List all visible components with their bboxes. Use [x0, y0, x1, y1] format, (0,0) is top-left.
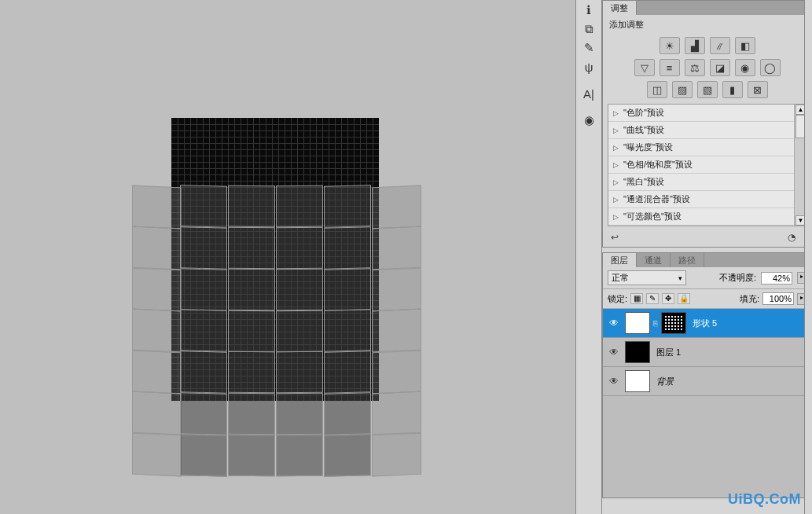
- disclosure-triangle-icon: ▷: [613, 144, 619, 152]
- warp-tile: [372, 226, 421, 270]
- link-icon: ⎘: [653, 319, 658, 328]
- warp-tile: [372, 350, 421, 394]
- lock-all-icon[interactable]: 🔒: [678, 293, 690, 304]
- adjustments-subtitle: 添加调整: [603, 15, 811, 35]
- tab-layers[interactable]: 图层: [603, 253, 637, 267]
- opacity-label: 不透明度:: [719, 272, 756, 284]
- warp-tile: [180, 185, 227, 227]
- warp-tile: [324, 434, 371, 476]
- warp-tile: [132, 185, 182, 229]
- styles-icon[interactable]: ψ: [578, 58, 600, 75]
- warp-tile: [132, 267, 182, 311]
- channel-mixer-icon[interactable]: ◯: [760, 59, 781, 76]
- layer-thumbnail[interactable]: [625, 341, 650, 363]
- layer-name-label: 背景: [656, 376, 674, 387]
- disclosure-triangle-icon: ▷: [613, 127, 619, 134]
- layer-row[interactable]: 👁图层 1: [603, 338, 811, 367]
- visibility-eye-icon[interactable]: 👁: [606, 376, 622, 387]
- right-panel-column: 调整 添加调整 ☀ ▟ ⫽ ◧ ▽ ≡ ⚖ ◪ ◉ ◯ ◫ ▨ ▧ ▮: [602, 0, 812, 514]
- tab-paths[interactable]: 路径: [671, 253, 704, 267]
- warp-tile: [180, 351, 227, 393]
- warp-tile: [228, 310, 275, 351]
- warp-tile: [228, 393, 275, 435]
- mask-thumbnail[interactable]: [661, 312, 686, 334]
- vertical-toolbar: ℹ ⧉ ✎ ψ A| ◉: [575, 0, 602, 514]
- lock-pixels-icon[interactable]: ✎: [646, 293, 659, 304]
- preset-item[interactable]: ▷"黑白"预设: [608, 174, 806, 191]
- tab-adjustments[interactable]: 调整: [603, 1, 637, 15]
- disclosure-triangle-icon: ▷: [613, 196, 619, 204]
- preset-item[interactable]: ▷"通道混合器"预设: [608, 191, 806, 208]
- warp-tile: [132, 309, 182, 353]
- disclosure-triangle-icon: ▷: [613, 178, 619, 186]
- black-white-icon[interactable]: ◪: [710, 59, 730, 76]
- clip-icon[interactable]: ◔: [788, 232, 803, 244]
- color-balance-icon[interactable]: ⚖: [685, 59, 705, 76]
- fill-label: 填充:: [740, 293, 759, 305]
- swatches-icon[interactable]: ⧉: [578, 20, 600, 38]
- warp-tile: [276, 435, 323, 476]
- warp-tile: [180, 310, 227, 352]
- preset-item[interactable]: ▷"曝光度"预设: [608, 139, 806, 156]
- warp-tile: [132, 432, 182, 476]
- info-icon[interactable]: ℹ: [578, 2, 600, 19]
- brightness-contrast-icon[interactable]: ☀: [660, 37, 680, 54]
- lock-label: 锁定:: [608, 293, 627, 305]
- warp-tile: [324, 226, 371, 269]
- tab-channels[interactable]: 通道: [637, 253, 671, 267]
- snapshot-icon[interactable]: ◉: [578, 112, 600, 129]
- gradient-map-icon[interactable]: ▮: [722, 81, 743, 98]
- levels-icon[interactable]: ▟: [685, 37, 705, 54]
- preset-item[interactable]: ▷"色相/饱和度"预设: [608, 156, 806, 174]
- lock-position-icon[interactable]: ✥: [662, 293, 674, 304]
- posterize-icon[interactable]: ▨: [672, 81, 693, 98]
- warp-tile: [276, 268, 323, 310]
- warp-tile: [228, 435, 275, 476]
- warp-tile: [180, 268, 227, 310]
- blend-opacity-row: 正常 ▾ 不透明度: ▸: [603, 267, 811, 289]
- preset-item[interactable]: ▷"色阶"预设: [608, 105, 806, 122]
- layer-name-label: 图层 1: [656, 347, 681, 358]
- photo-filter-icon[interactable]: ◉: [735, 59, 755, 76]
- visibility-eye-icon[interactable]: 👁: [606, 347, 622, 358]
- selective-color-icon[interactable]: ⊠: [748, 81, 768, 98]
- preset-label: "曲线"预设: [623, 124, 664, 136]
- preset-label: "色相/饱和度"预设: [623, 159, 693, 171]
- visibility-eye-icon[interactable]: 👁: [606, 318, 622, 329]
- opacity-input[interactable]: [761, 272, 792, 285]
- brush-icon[interactable]: ✎: [578, 39, 600, 57]
- adjustments-footer: ↩ ◔: [603, 229, 811, 247]
- layer-row[interactable]: 👁背景: [603, 367, 811, 396]
- fill-input[interactable]: [762, 292, 794, 305]
- warp-tile: [228, 351, 275, 393]
- watermark: UiBQ.CoM: [728, 491, 801, 508]
- canvas-area[interactable]: [0, 0, 574, 514]
- lock-transparent-icon[interactable]: ▦: [630, 293, 643, 304]
- return-icon[interactable]: ↩: [611, 232, 626, 244]
- hue-saturation-icon[interactable]: ≡: [660, 59, 680, 76]
- invert-icon[interactable]: ◫: [647, 81, 667, 98]
- preset-item[interactable]: ▷"可选颜色"预设: [608, 208, 806, 226]
- adjustment-icon-grid: ☀ ▟ ⫽ ◧ ▽ ≡ ⚖ ◪ ◉ ◯ ◫ ▨ ▧ ▮ ⊠: [603, 35, 811, 101]
- exposure-icon[interactable]: ◧: [735, 37, 755, 54]
- preset-label: "黑白"预设: [623, 176, 664, 188]
- layer-list: 👁⎘形状 5👁图层 1👁背景: [603, 309, 811, 497]
- vibrance-icon[interactable]: ▽: [634, 59, 655, 76]
- layer-thumbnail[interactable]: [625, 312, 650, 334]
- warp-tile: [180, 434, 227, 476]
- warp-tile: [276, 351, 323, 393]
- warp-tile: [276, 227, 323, 269]
- disclosure-triangle-icon: ▷: [613, 161, 619, 169]
- adjustments-panel: 调整 添加调整 ☀ ▟ ⫽ ◧ ▽ ≡ ⚖ ◪ ◉ ◯ ◫ ▨ ▧ ▮: [602, 0, 812, 248]
- warp-tile: [132, 350, 182, 394]
- curves-icon[interactable]: ⫽: [710, 37, 730, 54]
- threshold-icon[interactable]: ▧: [697, 81, 718, 98]
- layer-row[interactable]: 👁⎘形状 5: [603, 309, 811, 338]
- warp-tile: [276, 310, 323, 351]
- character-icon[interactable]: A|: [578, 85, 600, 102]
- resize-strip[interactable]: [804, 0, 812, 514]
- layer-thumbnail[interactable]: [625, 370, 650, 392]
- preset-item[interactable]: ▷"曲线"预设: [608, 122, 806, 139]
- blend-mode-dropdown[interactable]: 正常 ▾: [608, 270, 686, 285]
- preset-label: "通道混合器"预设: [623, 193, 690, 205]
